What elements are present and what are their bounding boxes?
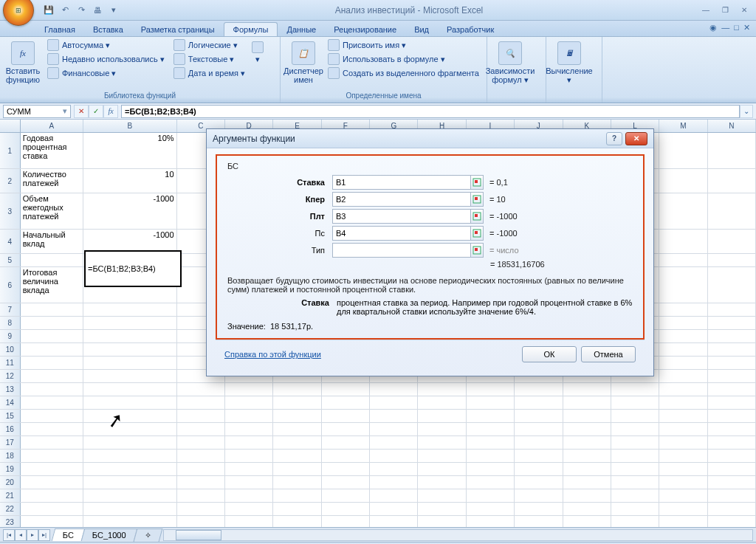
cell[interactable] xyxy=(322,436,370,449)
arg-input[interactable] xyxy=(332,209,471,224)
tab-pagelayout[interactable]: Разметка страницы xyxy=(132,23,224,36)
tab-nav-next[interactable]: ▸ xyxy=(27,529,38,541)
cell[interactable] xyxy=(273,423,321,435)
cell[interactable] xyxy=(659,193,707,229)
cell[interactable] xyxy=(273,476,321,489)
cell[interactable] xyxy=(563,463,611,475)
cell[interactable] xyxy=(467,423,515,435)
cell[interactable] xyxy=(708,436,756,449)
minimize-button[interactable]: — xyxy=(697,4,715,17)
close-button[interactable]: ✕ xyxy=(735,4,753,17)
cell[interactable] xyxy=(659,396,707,409)
cell[interactable] xyxy=(708,476,756,489)
cell[interactable] xyxy=(708,357,756,369)
dialog-close-button[interactable]: ✕ xyxy=(625,132,647,145)
cell[interactable] xyxy=(177,503,225,515)
col-header[interactable]: B xyxy=(83,120,177,132)
cell[interactable] xyxy=(708,317,756,329)
row-header[interactable]: 11 xyxy=(0,357,21,369)
cell[interactable] xyxy=(21,423,83,435)
worksheet-grid[interactable]: A B C D E F G H I J K L M N 1Годовая про… xyxy=(0,120,756,527)
row-header[interactable]: 2 xyxy=(0,169,21,193)
tab-data[interactable]: Данные xyxy=(278,23,325,36)
row-header[interactable]: 18 xyxy=(0,450,21,462)
more-functions-button[interactable]: ▾ xyxy=(251,38,264,64)
cell[interactable] xyxy=(225,489,273,502)
cell[interactable] xyxy=(708,383,756,396)
cell[interactable] xyxy=(659,503,707,515)
cell[interactable] xyxy=(708,516,756,527)
cell[interactable] xyxy=(467,489,515,502)
cell[interactable] xyxy=(370,410,418,422)
cell[interactable] xyxy=(515,436,563,449)
cell[interactable] xyxy=(659,254,707,266)
cell[interactable] xyxy=(21,254,83,266)
cell[interactable] xyxy=(83,503,177,515)
cell[interactable] xyxy=(611,410,659,422)
cell[interactable] xyxy=(659,357,707,369)
define-name-button[interactable]: Присвоить имя ▾ xyxy=(325,38,482,52)
cell[interactable] xyxy=(708,330,756,342)
formula-auditing-button[interactable]: 🔍Зависимости формул ▾ xyxy=(492,38,529,85)
cell[interactable] xyxy=(563,503,611,515)
cell[interactable] xyxy=(370,476,418,489)
cell[interactable] xyxy=(467,516,515,527)
cell[interactable] xyxy=(611,503,659,515)
cell[interactable] xyxy=(273,450,321,462)
cell[interactable] xyxy=(708,489,756,502)
cell[interactable] xyxy=(177,489,225,502)
cell[interactable] xyxy=(21,370,83,382)
cell[interactable] xyxy=(225,450,273,462)
row-header[interactable]: 12 xyxy=(0,370,21,382)
cell[interactable] xyxy=(21,357,83,369)
cell[interactable] xyxy=(659,436,707,449)
row-header[interactable]: 17 xyxy=(0,436,21,449)
tab-view[interactable]: Вид xyxy=(405,23,438,36)
cell[interactable] xyxy=(322,516,370,527)
cell[interactable] xyxy=(611,476,659,489)
function-help-link[interactable]: Справка по этой функции xyxy=(224,350,321,359)
cell[interactable] xyxy=(83,303,177,316)
row-header[interactable]: 8 xyxy=(0,317,21,329)
tab-insert[interactable]: Вставка xyxy=(84,23,132,36)
tab-review[interactable]: Рецензирование xyxy=(325,23,405,36)
cell[interactable] xyxy=(83,450,177,462)
cell[interactable] xyxy=(370,450,418,462)
col-header[interactable]: M xyxy=(659,120,707,132)
cell[interactable] xyxy=(322,410,370,422)
cell[interactable] xyxy=(659,230,707,253)
cell[interactable] xyxy=(225,436,273,449)
arg-input[interactable] xyxy=(332,226,471,241)
cell[interactable] xyxy=(611,450,659,462)
cell[interactable] xyxy=(467,450,515,462)
row-header[interactable]: 20 xyxy=(0,476,21,489)
cell[interactable] xyxy=(177,463,225,475)
cell[interactable] xyxy=(418,396,466,409)
cell[interactable] xyxy=(370,383,418,396)
ref-edit-button[interactable] xyxy=(470,243,484,258)
cell[interactable] xyxy=(21,410,83,422)
logical-button[interactable]: Логические ▾ xyxy=(171,38,248,52)
tab-formulas[interactable]: Формулы xyxy=(224,22,278,36)
cell[interactable] xyxy=(83,516,177,527)
cell[interactable] xyxy=(708,463,756,475)
cell[interactable] xyxy=(659,330,707,342)
cell[interactable] xyxy=(708,133,756,168)
cell[interactable] xyxy=(659,343,707,356)
cell[interactable] xyxy=(273,489,321,502)
cell[interactable] xyxy=(708,254,756,266)
recent-button[interactable]: Недавно использовались ▾ xyxy=(44,52,168,66)
cell[interactable] xyxy=(177,436,225,449)
cell[interactable] xyxy=(177,410,225,422)
tab-nav-first[interactable]: |◂ xyxy=(3,529,15,541)
ref-edit-button[interactable] xyxy=(470,192,484,207)
dialog-titlebar[interactable]: Аргументы функции ? ✕ xyxy=(207,129,653,148)
cell[interactable] xyxy=(177,423,225,435)
cell[interactable] xyxy=(177,516,225,527)
autosum-button[interactable]: Автосумма ▾ xyxy=(44,38,168,52)
formula-input[interactable]: =БС(B1;B2;B3;B4) xyxy=(121,105,740,118)
row-header[interactable]: 3 xyxy=(0,193,21,229)
cell[interactable] xyxy=(467,436,515,449)
cell[interactable] xyxy=(708,450,756,462)
ref-edit-button[interactable] xyxy=(470,175,484,190)
